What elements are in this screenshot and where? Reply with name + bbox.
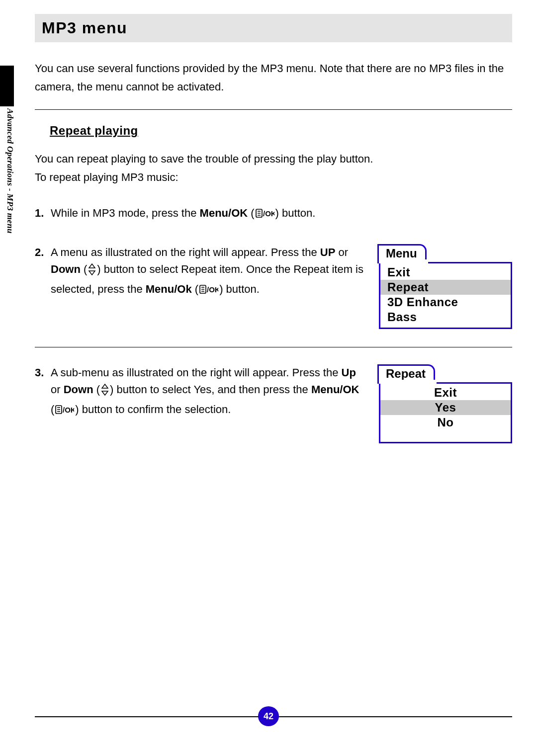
menu-illustration-2: Repeat ExitYesNo [379,382,512,443]
menu-ok-icon: /OK [55,403,74,420]
text: ( [51,403,54,416]
menu-items: ExitYesNo [379,382,512,443]
intro-paragraph: You can use several functions provided b… [35,59,512,96]
menu-item: No [380,415,511,430]
text: ) [275,207,282,219]
divider [35,347,512,347]
text: ) [97,263,103,275]
menu-item: Repeat [380,280,511,295]
tab-mask [379,380,437,384]
menu-item: Exit [380,265,511,280]
step-text: A menu as illustrated on the right will … [51,244,365,299]
up-label: UP [320,246,336,258]
subsection-intro: You can repeat playing to save the troub… [35,150,512,187]
svg-marker-5 [89,264,95,268]
page-number-badge: 42 [258,706,279,726]
divider [35,109,512,110]
svg-text:/OK: /OK [63,406,74,414]
svg-marker-12 [102,384,108,388]
side-section-label: Advanced Operations - MP3 menu [5,108,15,234]
text: button to select Yes, and then press the [116,383,311,396]
step-2: 2. A menu as illustrated on the right wi… [35,244,365,299]
page-title: MP3 menu [42,19,505,37]
svg-text:/OK: /OK [207,285,218,294]
step-number: 3. [35,364,46,420]
step-3: 3. A sub-menu as illustrated on the righ… [35,364,365,420]
menu-ok-icon: /OK [199,282,218,299]
up-down-icon [100,383,109,401]
text: ) [110,383,116,396]
text: button. [226,283,260,295]
menu-ok-icon: /OK [256,206,274,223]
step-number: 1. [35,205,46,223]
text: A menu as illustrated on the right will … [51,246,320,258]
text: button. [282,207,315,219]
text: A sub-menu as illustrated on the right w… [51,366,342,379]
text: button to confirm the selection. [82,403,231,416]
text: ( [81,263,87,275]
menu-ok-label: Menu/OK [200,207,248,219]
text: ( [192,283,198,295]
page-title-bar: MP3 menu [35,14,512,42]
menu-items: ExitRepeat3D EnhanceBass [379,262,512,329]
text: or [51,383,64,396]
text: or [335,246,348,258]
down-label: Down [51,263,81,275]
up-down-icon [88,263,96,281]
menu-item: Yes [380,400,511,415]
svg-text:/OK: /OK [263,209,274,218]
text: While in MP3 mode, press the [51,207,200,219]
menu-ok-label: Menu/OK [311,383,359,396]
step-2-row: 2. A menu as illustrated on the right wi… [35,244,512,329]
text-line: To repeat playing MP3 music: [35,171,179,183]
down-label: Down [64,383,93,396]
manual-page: Advanced Operations - MP3 menu MP3 menu … [0,0,537,756]
menu-illustration-1: Menu ExitRepeat3D EnhanceBass [379,262,512,329]
text: ( [93,383,100,396]
text: ) [75,403,82,416]
step-text: A sub-menu as illustrated on the right w… [51,364,365,420]
step-3-row: 3. A sub-menu as illustrated on the righ… [35,364,512,443]
menu-item: Exit [380,385,511,400]
tab-mask [379,259,428,263]
step-1: 1. While in MP3 mode, press the Menu/OK … [35,205,512,223]
up-label: Up [342,366,356,379]
menu-ok-label: Menu/Ok [146,283,192,295]
step-number: 2. [35,244,46,299]
menu-item: Bass [380,310,511,325]
text-line: You can repeat playing to save the troub… [35,153,373,165]
svg-marker-13 [102,391,108,395]
menu-item: 3D Enhance [380,295,511,310]
step-text: While in MP3 mode, press the Menu/OK (/O… [51,205,512,223]
side-tab-marker [0,66,14,106]
text: ( [248,207,254,219]
svg-marker-6 [89,271,95,275]
text: ) [219,283,226,295]
subsection-heading: Repeat playing [50,124,512,138]
